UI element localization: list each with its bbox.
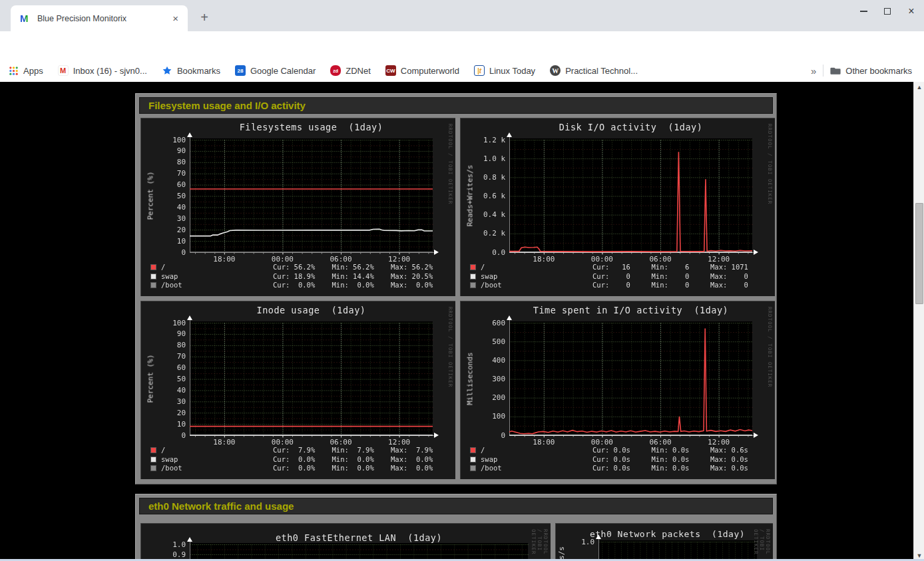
graph-legend: /Cur: 7.9% Min: 7.9% Max: 7.9% swapCur: … — [150, 446, 450, 473]
section-network: eth0 Network traffic and usage eth0 Fast… — [135, 494, 777, 561]
tab-strip: M Blue Precision Monitorix × + × — [0, 0, 924, 31]
graph-eth0-packets: eth0 Network packets (1day) s/s RRDTOOL … — [555, 523, 773, 561]
legend-swatch — [470, 465, 476, 471]
legend-swatch — [150, 447, 156, 453]
monitorix-favicon: M — [20, 13, 31, 24]
linux-today-icon: |t — [474, 65, 485, 76]
graph-legend: /Cur: 0.0s Min: 0.0s Max: 0.6s swapCur: … — [470, 446, 770, 473]
bookmark-google-calendar[interactable]: 28 Google Calendar — [235, 65, 316, 76]
legend-stats: Cur: 0.0% Min: 0.0% Max: 0.0% — [273, 455, 433, 463]
rrdtool-watermark: RRDTOOL / TOBI OETIKER — [447, 307, 453, 387]
bookmark-label: Practical Technol... — [565, 66, 638, 76]
scrollbar-up-arrow[interactable]: ▲ — [914, 82, 924, 93]
bookmark-label: ZDNet — [346, 66, 371, 76]
browser-toolbar: localhost:8080/monitorix-cgi/monitorix.c… — [0, 31, 924, 59]
zdnet-icon: zd — [330, 65, 341, 76]
bookmark-label: Inbox (16) - sjvn0... — [73, 66, 147, 76]
gmail-icon: M — [58, 65, 69, 76]
legend-stats: Cur: 7.9% Min: 7.9% Max: 7.9% — [273, 446, 433, 454]
bookmark-practical-technology[interactable]: W Practical Technol... — [550, 65, 638, 76]
rrdtool-watermark: RRDTOOL / TOBI OETIKER — [753, 529, 771, 561]
legend-row: swapCur: 0 Min: 0 Max: 0 — [470, 272, 770, 281]
graph-legend: /Cur: 16 Min: 6 Max: 1071 swapCur: 0 Min… — [470, 263, 770, 290]
bookmark-label: Linux Today — [489, 66, 535, 76]
close-button[interactable]: × — [904, 4, 919, 19]
legend-row: /bootCur: 0.0% Min: 0.0% Max: 0.0% — [150, 464, 450, 473]
rrdtool-watermark: RRDTOOL / TOBI OETIKER — [767, 124, 773, 204]
calendar-icon: 28 — [235, 65, 246, 76]
tab-close-icon[interactable]: × — [170, 13, 181, 24]
bookmark-inbox[interactable]: M Inbox (16) - sjvn0... — [58, 65, 147, 76]
folder-icon — [830, 65, 841, 76]
legend-stats: Cur: 0.0% Min: 0.0% Max: 0.0% — [273, 281, 433, 289]
legend-stats: Cur: 0.0s Min: 0.0s Max: 0.0s — [592, 455, 748, 463]
rrdtool-watermark: RRDTOOL / TOBI OETIKER — [767, 307, 773, 387]
browser-window: M Blue Precision Monitorix × + × localho… — [0, 0, 924, 561]
graph-title: Filesystems usage (1day) — [190, 122, 433, 132]
legend-swatch — [150, 465, 156, 471]
maximize-button[interactable] — [880, 4, 895, 19]
minimize-button[interactable] — [856, 4, 871, 19]
bookmark-computerworld[interactable]: CW Computerworld — [385, 65, 459, 76]
bookmark-label: Bookmarks — [177, 66, 220, 76]
bookmark-apps[interactable]: Apps — [8, 65, 43, 76]
legend-swatch — [470, 274, 476, 280]
rrdtool-watermark: RRDTOOL / TOBI OETIKER — [531, 529, 549, 561]
legend-row: /Cur: 56.2% Min: 56.2% Max: 56.2% — [150, 263, 450, 272]
legend-row: /Cur: 7.9% Min: 7.9% Max: 7.9% — [150, 446, 450, 455]
y-axis-label: Reads+Writes/s — [466, 165, 475, 227]
legend-row: swapCur: 18.9% Min: 14.4% Max: 20.5% — [150, 272, 450, 281]
legend-stats: Cur: 0.0s Min: 0.0s Max: 0.0s — [592, 464, 748, 472]
rrdtool-watermark: RRDTOOL / TOBI OETIKER — [447, 124, 453, 204]
legend-stats: Cur: 0.0% Min: 0.0% Max: 0.0% — [273, 464, 433, 472]
legend-stats: Cur: 0 Min: 0 Max: 0 — [592, 272, 748, 280]
tab-title: Blue Precision Monitorix — [37, 14, 170, 23]
other-bookmarks-label: Other bookmarks — [845, 66, 912, 76]
graph-time-io: Time spent in I/O activity (1day) Millis… — [460, 301, 775, 479]
bookmarks-overflow-chevron[interactable]: » — [811, 65, 816, 77]
legend-stats: Cur: 16 Min: 6 Max: 1071 — [592, 263, 748, 271]
bookmark-label: Apps — [23, 66, 43, 76]
graph-title: Time spent in I/O activity (1day) — [509, 305, 752, 315]
graph-title: Inode usage (1day) — [190, 305, 433, 315]
new-tab-button[interactable]: + — [196, 9, 213, 27]
legend-swatch — [470, 282, 476, 288]
section-filesystem: Filesystem usage and I/O activity Filesy… — [135, 93, 777, 484]
graph-legend: /Cur: 56.2% Min: 56.2% Max: 56.2% swapCu… — [150, 263, 450, 290]
bookmarks-divider — [823, 65, 823, 77]
legend-swatch — [470, 264, 476, 270]
section-title: Filesystem usage and I/O activity — [139, 97, 773, 114]
legend-swatch — [150, 274, 156, 280]
legend-swatch — [470, 457, 476, 463]
legend-swatch — [150, 282, 156, 288]
y-axis-label: Milliseconds — [466, 352, 475, 405]
other-bookmarks[interactable]: Other bookmarks — [830, 65, 912, 76]
legend-row: /bootCur: 0 Min: 0 Max: 0 — [470, 281, 770, 290]
bookmark-bookmarks[interactable]: Bookmarks — [162, 65, 220, 76]
bookmark-zdnet[interactable]: zd ZDNet — [330, 65, 371, 76]
browser-tab[interactable]: M Blue Precision Monitorix × — [11, 5, 188, 31]
legend-stats: Cur: 56.2% Min: 56.2% Max: 56.2% — [273, 263, 433, 271]
bookmarks-bar: Apps M Inbox (16) - sjvn0... Bookmarks 2… — [0, 59, 924, 82]
graph-inode-usage: Inode usage (1day) Percent (%) RRDTOOL /… — [140, 301, 455, 479]
graph-eth0-lan: eth0 FastEthernet LAN (1day) RRDTOOL / T… — [140, 523, 551, 561]
graph-title: eth0 Network packets (1day) — [569, 529, 766, 539]
star-icon — [162, 65, 172, 76]
graph-disk-io: Disk I/O activity (1day) Reads+Writes/s … — [460, 118, 775, 296]
monitorix-page: Filesystem usage and I/O activity Filesy… — [0, 82, 913, 561]
y-axis-label: s/s — [557, 546, 566, 560]
scrollbar-thumb[interactable] — [915, 203, 923, 304]
legend-swatch — [150, 264, 156, 270]
legend-swatch — [470, 447, 476, 453]
bookmark-label: Computerworld — [401, 66, 459, 76]
legend-row: /bootCur: 0.0s Min: 0.0s Max: 0.0s — [470, 464, 770, 473]
section-title: eth0 Network traffic and usage — [139, 498, 773, 514]
legend-swatch — [150, 457, 156, 463]
wordpress-icon: W — [550, 65, 561, 76]
legend-row: swapCur: 0.0s Min: 0.0s Max: 0.0s — [470, 455, 770, 465]
bookmark-label: Google Calendar — [250, 66, 316, 76]
legend-row: swapCur: 0.0% Min: 0.0% Max: 0.0% — [150, 455, 450, 465]
bookmark-linux-today[interactable]: |t Linux Today — [474, 65, 535, 76]
legend-row: /Cur: 0.0s Min: 0.0s Max: 0.6s — [470, 446, 770, 455]
page-scrollbar[interactable]: ▲ ▼ — [913, 82, 924, 561]
